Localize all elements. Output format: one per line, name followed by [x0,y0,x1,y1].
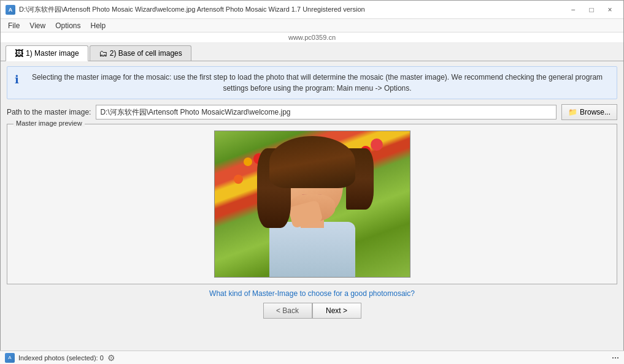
master-image-help-link[interactable]: What kind of Master-Image to choose for … [209,289,415,298]
tab-master-image[interactable]: 🖼 1) Master image [6,45,88,61]
menu-file[interactable]: File [3,19,25,32]
maximize-button[interactable]: □ [583,4,600,16]
window-title: D:\河东软件园\Artensoft Photo Mosaic Wizard\w… [19,5,365,14]
status-spinner: ⚙ [107,353,115,363]
watermark-bar: www.pc0359.cn [1,32,623,43]
watermark-text: www.pc0359.cn [288,34,336,41]
browse-label: Browse... [580,108,611,116]
window-controls: − □ × [564,4,618,16]
status-text: Indexed photos (selected): 0 [18,354,104,362]
title-bar: A D:\河东软件园\Artensoft Photo Mosaic Wizard… [1,1,623,19]
info-icon: ℹ [15,73,19,86]
tab-cell-label: 2) Base of cell images [110,49,182,58]
tabs-bar: 🖼 1) Master image 🗂 2) Base of cell imag… [1,43,623,61]
menu-view[interactable]: View [25,19,50,32]
path-label: Path to the master image: [7,108,91,116]
app-icon: A [6,5,15,15]
menu-bar: File View Options Help [1,19,623,32]
info-bar: ℹ Selecting the master image for the mos… [7,66,617,99]
photo-background [215,131,410,277]
info-text: Selecting the master image for the mosai… [25,72,609,94]
status-right: ⋯ [612,354,619,362]
menu-options[interactable]: Options [50,19,85,32]
button-row: < Back Next > [1,303,623,319]
tab-master-icon: 🖼 [15,48,23,58]
title-bar-left: A D:\河东软件园\Artensoft Photo Mosaic Wizard… [6,5,365,15]
path-row: Path to the master image: 📁 Browse... [7,104,617,120]
status-left: A Indexed photos (selected): 0 ⚙ [5,353,115,363]
browse-icon: 📁 [568,108,577,116]
tab-master-label: 1) Master image [26,49,79,58]
preview-legend: Master image preview [13,119,85,127]
preview-content [7,124,617,284]
status-icon: A [5,353,15,363]
back-button[interactable]: < Back [263,303,312,319]
next-button[interactable]: Next > [312,303,361,319]
status-bar: A Indexed photos (selected): 0 ⚙ ⋯ [0,351,624,364]
link-row: What kind of Master-Image to choose for … [1,289,623,298]
preview-group: Master image preview [7,124,617,284]
resize-grip: ⋯ [612,354,619,362]
path-input[interactable] [96,105,557,119]
tab-cell-images[interactable]: 🗂 2) Base of cell images [90,45,191,61]
tab-cell-icon: 🗂 [99,48,107,58]
photo-person [257,136,368,277]
menu-help[interactable]: Help [86,19,111,32]
browse-button[interactable]: 📁 Browse... [561,104,617,120]
master-image-preview [214,131,410,278]
minimize-button[interactable]: − [564,4,582,16]
close-button[interactable]: × [601,4,618,16]
